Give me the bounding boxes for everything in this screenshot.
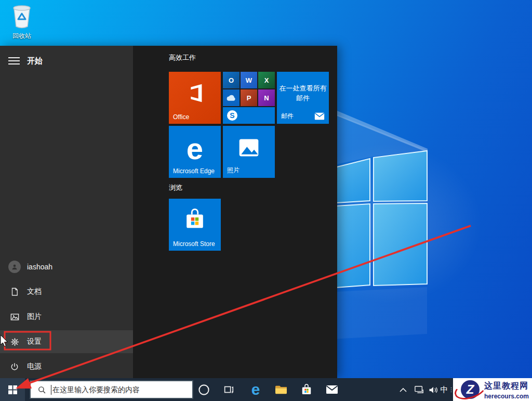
gear-icon [8,335,21,348]
tile-skype[interactable]: S [223,107,275,124]
task-view-icon [223,384,234,395]
taskbar-task-view-button[interactable] [217,378,240,401]
tile-photos-label: 照片 [227,166,240,175]
tile-outlook[interactable]: O [223,72,240,88]
taskbar-cortana-button[interactable] [192,378,215,401]
windows-logo-icon [8,385,17,394]
screen: 回收站 开始 iashoah 文档 图片 [0,0,532,401]
tutorial-site-watermark: Z 这里教程网 herecours.com [453,378,532,401]
tray-show-hidden-icons-button[interactable] [395,378,411,401]
sidebar-item-pictures[interactable]: 图片 [0,305,133,328]
powerpoint-icon: P [247,94,251,102]
taskbar: e [0,378,532,401]
sidebar-documents-label: 文档 [27,287,42,296]
recycle-bin-icon [10,3,34,29]
tile-edge-label: Microsoft Edge [173,167,215,175]
watermark-swoosh [453,378,488,401]
tile-office-label: Office [173,113,189,121]
sidebar-user-label: iashoah [27,263,52,271]
tile-mail[interactable]: 在一处查看所有 邮件 邮件 [277,72,329,124]
tile-word[interactable]: W [241,72,257,88]
tile-section-productivity: 高效工作 [169,53,196,62]
tile-excel[interactable]: X [258,72,275,88]
tile-edge[interactable]: e Microsoft Edge [169,126,221,178]
taskbar-edge-button[interactable]: e [244,378,267,401]
start-menu-title: 开始 [27,56,43,66]
search-input[interactable] [52,385,192,394]
word-icon: W [246,76,252,84]
start-menu-sidebar: 开始 iashoah 文档 图片 [0,46,133,378]
tile-onenote[interactable]: N [258,89,275,106]
file-explorer-icon [274,384,288,395]
tile-powerpoint[interactable]: P [241,89,257,106]
watermark-site-name: 这里教程网 [484,381,529,392]
tile-office[interactable]: Office [169,72,221,124]
outlook-icon: O [229,76,234,84]
edge-icon: e [251,382,260,397]
tile-group-office-apps: O W X P N S [223,72,275,124]
start-button[interactable] [0,378,25,401]
chevron-up-icon [400,387,407,392]
store-bag-icon [300,383,313,396]
taskbar-store-button[interactable] [295,378,318,401]
search-icon [37,385,46,394]
watermark-site-url: herecours.com [484,393,529,400]
edge-icon: e [169,132,221,165]
mail-envelope-icon [314,112,325,120]
tile-mail-body: 在一处查看所有 邮件 [277,83,329,103]
hamburger-menu-button[interactable] [4,52,24,70]
sidebar-item-documents[interactable]: 文档 [0,280,133,303]
photos-icon [237,136,260,159]
recycle-bin-shortcut[interactable]: 回收站 [7,3,36,41]
sidebar-power-label: 电源 [27,362,42,371]
onedrive-cloud-icon [226,94,236,101]
taskbar-file-explorer-button[interactable] [270,378,292,401]
sidebar-pictures-label: 图片 [27,312,42,321]
sidebar-settings-label: 设置 [27,337,42,346]
tile-store[interactable]: Microsoft Store [169,199,221,251]
speaker-icon [428,385,438,394]
store-bag-icon [183,207,207,231]
onenote-icon: N [264,94,269,102]
recycle-bin-label: 回收站 [7,32,36,41]
taskbar-search-box[interactable] [30,380,193,399]
tile-mail-label: 邮件 [281,112,294,121]
sidebar-item-power[interactable]: 电源 [0,355,133,378]
excel-icon: X [264,76,269,84]
office-logo-icon [183,81,207,105]
tile-photos[interactable]: 照片 [223,126,275,178]
sidebar-item-user[interactable]: iashoah [0,255,133,278]
cortana-icon [198,384,210,396]
tray-network-button[interactable] [411,378,427,401]
start-menu: 开始 iashoah 文档 图片 [0,46,337,378]
tile-onedrive[interactable] [223,89,240,106]
network-ethernet-icon [414,385,424,394]
document-icon [8,286,21,298]
taskbar-mail-button[interactable] [321,378,343,401]
start-menu-tile-area: 高效工作 Office O W X P N [133,46,337,378]
tile-section-browse: 浏览 [169,183,182,192]
pictures-icon [8,311,21,323]
text-caret [51,385,51,395]
skype-icon: S [227,110,237,121]
power-icon [8,360,21,373]
tile-store-label: Microsoft Store [173,240,215,248]
sidebar-item-settings[interactable]: 设置 [0,330,133,353]
user-avatar-icon [8,261,21,273]
mail-envelope-icon [326,385,338,394]
